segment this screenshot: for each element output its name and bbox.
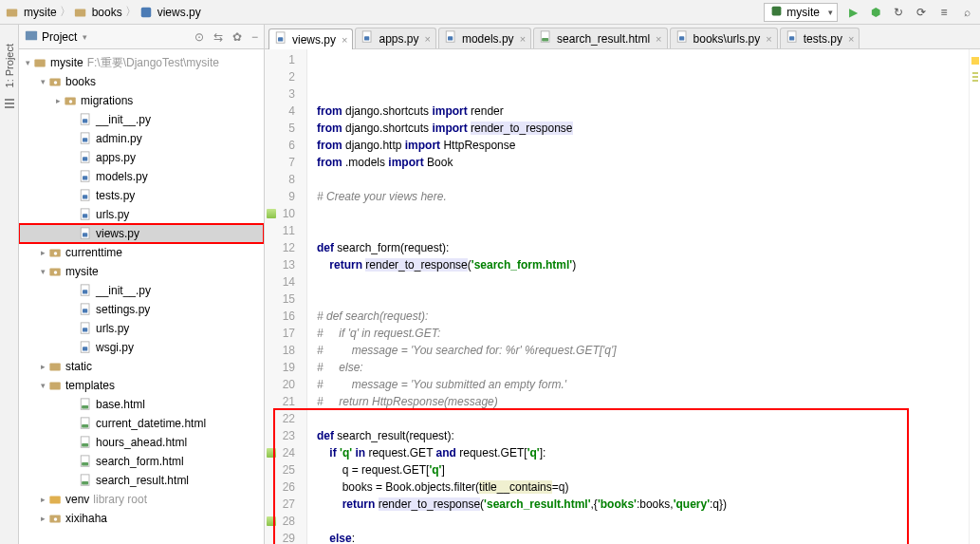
editor-tab[interactable]: search_result.html× — [533, 28, 667, 48]
error-stripe[interactable] — [969, 49, 980, 544]
code-line[interactable]: # def search(request): — [317, 308, 969, 325]
code-line[interactable] — [317, 273, 969, 291]
tree-row[interactable]: ▾mysiteF:\重要\DjangoTest\mysite — [19, 53, 264, 72]
code-line[interactable]: # if 'q' in request.GET: — [317, 325, 969, 342]
code-line[interactable]: return render_to_response('search_result… — [317, 496, 969, 513]
editor-tab[interactable]: tests.py× — [780, 28, 860, 48]
code-line[interactable]: def search_form(request): — [317, 239, 969, 256]
close-icon[interactable]: × — [422, 33, 430, 45]
tree-row[interactable]: ▾books — [19, 72, 264, 91]
tree-row[interactable]: models.py — [19, 167, 264, 186]
run-anything-icon[interactable]: ↻ — [891, 5, 906, 20]
tree-row[interactable]: tests.py — [19, 186, 264, 205]
code-line[interactable]: from django.shortcuts import render — [317, 103, 969, 120]
debug-icon[interactable]: ⬢ — [868, 5, 883, 20]
tree-row[interactable]: apps.py — [19, 148, 264, 167]
code-editor[interactable]: 1234567891011121314151617181920212223242… — [265, 49, 980, 544]
breadcrumb-item[interactable]: books — [92, 6, 122, 19]
tree-row[interactable]: urls.py — [19, 205, 264, 224]
editor-tab[interactable]: views.py× — [268, 28, 353, 49]
run-icon[interactable]: ▶ — [845, 5, 860, 20]
gear-icon[interactable]: ✿ — [232, 30, 242, 44]
tree-row[interactable]: ▸migrations — [19, 91, 264, 110]
dropdown-icon[interactable]: ▾ — [81, 32, 87, 42]
tree-row[interactable]: urls.py — [19, 319, 264, 338]
search-icon[interactable]: ⌕ — [959, 5, 974, 20]
twisty-icon[interactable]: ▾ — [38, 267, 48, 276]
tree-row[interactable]: settings.py — [19, 300, 264, 319]
code-line[interactable]: # message = 'You submitted an empty form… — [317, 376, 969, 393]
twisty-icon[interactable]: ▸ — [38, 362, 48, 371]
close-icon[interactable]: × — [846, 33, 854, 45]
gutter-mark-icon[interactable] — [267, 516, 276, 526]
tree-row[interactable]: ▾templates — [19, 376, 264, 395]
code-line[interactable] — [317, 205, 969, 222]
line-number: 5 — [265, 120, 295, 137]
code-line[interactable] — [317, 171, 969, 188]
twisty-icon[interactable]: ▾ — [23, 58, 33, 67]
tree-row[interactable]: search_form.html — [19, 452, 264, 471]
breadcrumb-item[interactable]: mysite — [24, 6, 57, 19]
breadcrumb-item[interactable]: views.py — [157, 6, 201, 19]
run-config-selector[interactable]: mysite — [764, 3, 838, 22]
gutter-mark-icon[interactable] — [267, 209, 276, 218]
chevron-right-icon: 〉 — [59, 4, 72, 20]
collapse-icon[interactable]: ⇆ — [213, 30, 223, 44]
project-tree[interactable]: ▾mysiteF:\重要\DjangoTest\mysite▾books▸mig… — [19, 49, 264, 544]
close-icon[interactable]: × — [654, 33, 661, 45]
code-content[interactable]: from django.shortcuts import renderfrom … — [307, 49, 969, 544]
close-icon[interactable]: × — [764, 33, 771, 45]
close-icon[interactable]: × — [340, 34, 347, 46]
tree-row[interactable]: ▸static — [19, 357, 264, 376]
stop-icon[interactable]: ≡ — [936, 5, 952, 20]
breadcrumb[interactable]: mysite 〉 books 〉 views.py — [6, 4, 201, 20]
code-line[interactable]: else: — [317, 530, 969, 544]
twisty-icon[interactable]: ▸ — [38, 248, 48, 257]
tree-row[interactable]: __init__.py — [19, 281, 264, 300]
editor-tab[interactable]: apps.py× — [355, 28, 435, 48]
code-line[interactable]: from django.shortcuts import render_to_r… — [317, 120, 969, 137]
tree-row[interactable]: hours_ahead.html — [19, 433, 264, 452]
project-tool-tab[interactable]: 1: Project — [4, 44, 15, 87]
target-icon[interactable]: ⊙ — [194, 30, 204, 44]
code-line[interactable]: # else: — [317, 359, 969, 376]
twisty-icon[interactable]: ▸ — [53, 96, 64, 105]
tree-row[interactable]: base.html — [19, 395, 264, 414]
twisty-icon[interactable]: ▾ — [38, 77, 48, 86]
code-line[interactable] — [317, 410, 969, 427]
code-line[interactable] — [317, 222, 969, 239]
hide-icon[interactable]: − — [251, 30, 258, 44]
gutter-mark-icon[interactable] — [267, 448, 276, 458]
code-line[interactable]: q = request.GET['q'] — [317, 461, 969, 478]
code-line[interactable]: # message = 'You searched for: %r' %requ… — [317, 342, 969, 359]
editor-tab[interactable]: books\urls.py× — [670, 28, 778, 48]
structure-tool-tab[interactable] — [3, 97, 16, 110]
code-line[interactable]: return render_to_response('search_form.h… — [317, 256, 969, 273]
tree-row[interactable]: views.py — [19, 224, 264, 243]
editor-tab[interactable]: models.py× — [438, 28, 531, 48]
code-line[interactable]: from .models import Book — [317, 154, 969, 171]
attach-icon[interactable]: ⟳ — [914, 5, 929, 20]
code-line[interactable]: from django.http import HttpResponse — [317, 137, 969, 154]
twisty-icon[interactable]: ▸ — [38, 514, 48, 523]
code-line[interactable]: books = Book.objects.filter(title__conta… — [317, 478, 969, 496]
tree-row[interactable]: wsgi.py — [19, 338, 264, 357]
code-line[interactable]: # Create your views here. — [317, 188, 969, 205]
code-line[interactable]: def search_result(request): — [317, 427, 969, 444]
tree-row[interactable]: current_datetime.html — [19, 414, 264, 433]
tree-row[interactable]: __init__.py — [19, 110, 264, 129]
tree-row[interactable]: ▸currenttime — [19, 243, 264, 262]
tree-row[interactable]: search_result.html — [19, 471, 264, 490]
code-line[interactable]: if 'q' in request.GET and request.GET['q… — [317, 444, 969, 461]
tree-row[interactable]: admin.py — [19, 129, 264, 148]
tree-row[interactable]: ▾mysite — [19, 262, 264, 281]
tree-row[interactable]: ▸venvlibrary root — [19, 490, 264, 509]
code-line[interactable]: # return HttpResponse(message) — [317, 393, 969, 410]
warning-indicator[interactable] — [971, 57, 979, 65]
close-icon[interactable]: × — [518, 33, 526, 45]
twisty-icon[interactable]: ▸ — [38, 495, 48, 504]
code-line[interactable] — [317, 513, 969, 530]
code-line[interactable] — [317, 291, 969, 308]
twisty-icon[interactable]: ▾ — [38, 381, 48, 390]
tree-row[interactable]: ▸xixihaha — [19, 509, 264, 528]
